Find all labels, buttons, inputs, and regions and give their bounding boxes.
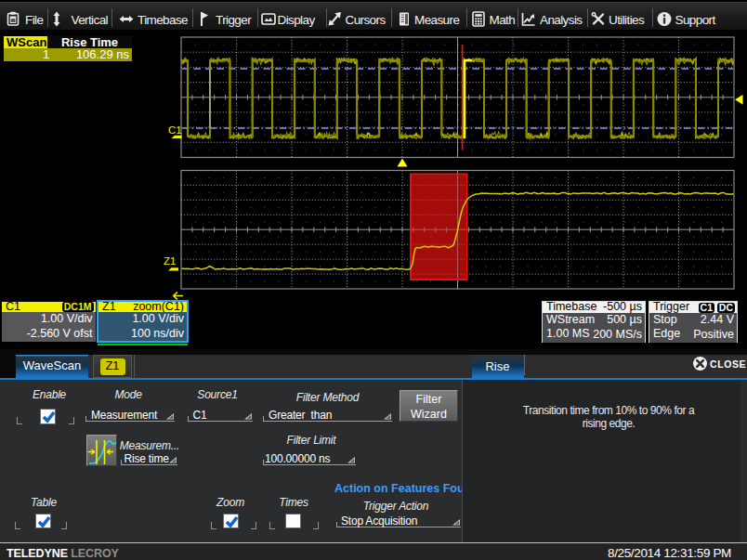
svg-text:Z1: Z1: [164, 255, 176, 267]
svg-text:C1: C1: [168, 124, 182, 136]
